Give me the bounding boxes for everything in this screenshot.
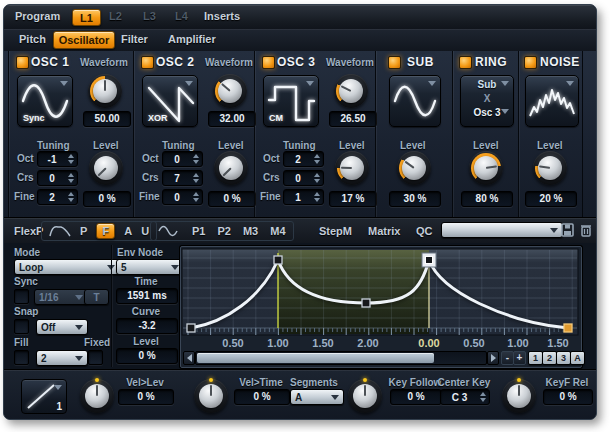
osc2-oct-spinner[interactable]: 0 [162, 151, 203, 167]
layer-tab-l1[interactable]: L1 [72, 9, 101, 26]
envelope-graph[interactable]: 0.50 1.00 1.50 2.00 0.00 0.50 1.00 1.50 … [180, 246, 582, 368]
mod-tab-m4[interactable]: M4 [270, 225, 285, 237]
tab-qc[interactable]: QC [416, 225, 433, 237]
key-follow-knob[interactable] [348, 379, 382, 413]
vel-time-knob[interactable] [194, 379, 228, 413]
spinner-arrows-icon[interactable] [312, 154, 323, 164]
osc2-level-value[interactable]: 0 % [208, 191, 256, 207]
env-node-5-end[interactable] [564, 324, 572, 332]
osc1-waveform-value[interactable]: 50.00 [83, 111, 131, 127]
preset-dropdown[interactable] [441, 222, 563, 238]
env-node-1[interactable] [187, 324, 195, 332]
spinner-arrows-icon[interactable] [191, 192, 202, 202]
sync-rate-dropdown[interactable]: 1/16 [34, 289, 88, 305]
osc2-fine-spinner[interactable]: 0 [162, 189, 203, 205]
spinner-arrows-icon[interactable] [312, 173, 323, 183]
mode-dropdown[interactable]: Loop [14, 259, 120, 275]
env-node-dropdown[interactable]: 5 [116, 259, 184, 275]
keyf-rel-knob[interactable] [502, 379, 536, 413]
spinner-arrows-icon[interactable] [66, 154, 77, 164]
zoom-preset-1[interactable]: 1 [528, 351, 543, 365]
vel-time-value[interactable]: 0 % [234, 389, 290, 405]
layer-tab-l3[interactable]: L3 [143, 10, 156, 22]
osc3-level-value[interactable]: 17 % [329, 191, 377, 207]
fixed-checkbox[interactable] [88, 350, 103, 365]
tab-oscillator[interactable]: Oscillator [53, 31, 115, 49]
tab-stepm[interactable]: StepM [319, 225, 352, 237]
osc2-power-led[interactable] [141, 56, 154, 69]
tab-matrix[interactable]: Matrix [368, 225, 400, 237]
spinner-arrows-icon[interactable] [191, 154, 202, 164]
tab-pitch[interactable]: Pitch [19, 33, 46, 45]
ring-source-b-arrow-icon[interactable] [501, 109, 509, 114]
osc2-waveform-display[interactable]: XOR [142, 75, 198, 127]
waveform-select-arrow-icon[interactable] [60, 81, 68, 86]
keyf-rel-value[interactable]: 0 % [543, 389, 593, 405]
waveform-select-arrow-icon[interactable] [185, 81, 193, 86]
scrollbar-track[interactable] [195, 351, 487, 365]
ring-level-value[interactable]: 80 % [461, 191, 513, 207]
sub-level-knob[interactable] [397, 151, 431, 185]
env-node-2[interactable] [274, 256, 282, 264]
waveform-select-arrow-icon[interactable] [428, 81, 436, 86]
curve-value[interactable]: -3.2 [116, 318, 178, 334]
noise-level-value[interactable]: 20 % [525, 191, 577, 207]
osc3-fine-spinner[interactable]: 1 [283, 189, 324, 205]
vel-lev-value[interactable]: 0 % [118, 389, 174, 405]
vel-lev-knob[interactable] [80, 379, 114, 413]
tab-amplifier[interactable]: Amplifier [168, 33, 216, 45]
fill-checkbox[interactable] [14, 350, 29, 365]
env-tab-u[interactable]: U [141, 225, 149, 237]
osc3-waveform-knob[interactable] [334, 74, 368, 108]
osc3-level-knob[interactable] [335, 151, 369, 185]
ring-power-led[interactable] [459, 56, 472, 69]
key-follow-value[interactable]: 0 % [390, 389, 442, 405]
env-tab-p[interactable]: P [80, 225, 87, 237]
env-tab-a[interactable]: A [124, 225, 132, 237]
spinner-arrows-icon[interactable] [312, 192, 323, 202]
velocity-curve-display[interactable]: 1 [21, 379, 67, 414]
segments-dropdown[interactable]: A [290, 389, 344, 405]
osc1-fine-spinner[interactable]: 2 [37, 189, 78, 205]
sub-level-value[interactable]: 30 % [389, 191, 441, 207]
osc2-waveform-knob[interactable] [213, 74, 247, 108]
snap-dropdown[interactable]: Off [36, 319, 88, 335]
osc1-waveform-display[interactable]: Sync [17, 75, 73, 127]
osc3-crs-spinner[interactable]: 0 [283, 170, 324, 186]
scrollbar-thumb[interactable] [197, 353, 434, 363]
mod-tab-p2[interactable]: P2 [217, 225, 230, 237]
ring-source-a-arrow-icon[interactable] [501, 81, 509, 86]
tab-filter[interactable]: Filter [121, 33, 148, 45]
osc2-waveform-value[interactable]: 32.00 [208, 111, 256, 127]
osc1-waveform-knob[interactable] [88, 74, 122, 108]
noise-power-led[interactable] [524, 56, 537, 69]
ring-level-knob[interactable] [469, 151, 503, 185]
osc3-oct-spinner[interactable]: 2 [283, 151, 324, 167]
fill-dropdown[interactable]: 2 [36, 350, 88, 366]
osc1-level-knob[interactable] [89, 151, 123, 185]
noise-level-knob[interactable] [533, 151, 567, 185]
layer-tab-l2[interactable]: L2 [109, 10, 122, 22]
spinner-arrows-icon[interactable] [66, 173, 77, 183]
env-node-3[interactable] [362, 299, 370, 307]
scroll-right-button[interactable] [487, 351, 499, 365]
mod-tab-m3[interactable]: M3 [243, 225, 258, 237]
osc3-waveform-value[interactable]: 26.50 [329, 111, 377, 127]
envelope-plot[interactable]: 0.50 1.00 1.50 2.00 0.00 0.50 1.00 1.50 [181, 248, 579, 350]
layer-tab-l4[interactable]: L4 [175, 10, 188, 22]
scroll-left-button[interactable] [183, 351, 195, 365]
zoom-preset-3[interactable]: 3 [556, 351, 571, 365]
osc1-oct-spinner[interactable]: -1 [37, 151, 78, 167]
tap-tempo-button[interactable]: T [84, 289, 109, 305]
spinner-arrows-icon[interactable] [478, 392, 489, 402]
spinner-arrows-icon[interactable] [191, 173, 202, 183]
curve-select-arrow-icon[interactable] [54, 385, 62, 390]
sub-waveform-display[interactable] [389, 75, 441, 127]
osc3-power-led[interactable] [262, 56, 275, 69]
zoom-preset-all[interactable]: A [570, 351, 585, 365]
sync-checkbox[interactable] [14, 289, 29, 304]
osc1-crs-spinner[interactable]: 0 [37, 170, 78, 186]
osc2-crs-spinner[interactable]: 7 [162, 170, 203, 186]
time-value[interactable]: 1591 ms [116, 288, 178, 304]
waveform-select-arrow-icon[interactable] [306, 81, 314, 86]
